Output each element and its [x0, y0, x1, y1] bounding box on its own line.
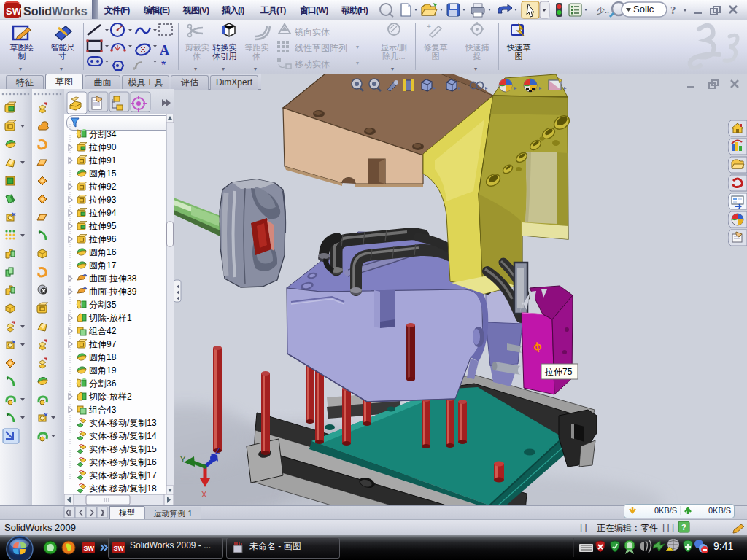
svg-text:Solic: Solic — [633, 4, 654, 15]
svg-text:A: A — [160, 43, 169, 58]
svg-text:实体-移动/复制13: 实体-移动/复制13 — [89, 418, 157, 428]
svg-text:拉伸90: 拉伸90 — [88, 142, 117, 152]
svg-text:组合43: 组合43 — [88, 405, 117, 415]
svg-text:曲面-拉伸38: 曲面-拉伸38 — [89, 273, 137, 284]
svg-text:实体-移动/复制16: 实体-移动/复制16 — [89, 457, 157, 467]
svg-text:SW: SW — [6, 6, 22, 17]
svg-text:实体-移动/复制14: 实体-移动/复制14 — [89, 431, 157, 441]
svg-text:拉伸95: 拉伸95 — [88, 221, 117, 231]
svg-text:*: * — [161, 59, 166, 71]
svg-text:分割34: 分割34 — [89, 129, 117, 139]
svg-text:SW: SW — [114, 545, 125, 552]
svg-text:?: ? — [681, 523, 686, 532]
svg-text:Y: Y — [180, 455, 186, 464]
svg-text:+: + — [427, 23, 431, 31]
svg-text:实体-移动/复制15: 实体-移动/复制15 — [89, 444, 157, 454]
svg-text:圆角18: 圆角18 — [89, 352, 117, 362]
svg-text:拉伸94: 拉伸94 — [88, 208, 117, 218]
svg-text:Z: Z — [215, 446, 220, 455]
svg-text:圆角17: 圆角17 — [89, 260, 117, 271]
svg-text:0KB/S: 0KB/S — [708, 506, 731, 515]
svg-text:圆角19: 圆角19 — [89, 365, 117, 376]
svg-text:实体-移动/复制18: 实体-移动/复制18 — [89, 483, 157, 494]
svg-text:0KB/S: 0KB/S — [654, 506, 677, 515]
svg-text:组合42: 组合42 — [88, 326, 117, 336]
svg-text:分割36: 分割36 — [89, 378, 117, 389]
svg-text:少..: 少.. — [597, 6, 609, 15]
svg-text:拉伸96: 拉伸96 — [88, 234, 117, 244]
svg-text:SolidWorks: SolidWorks — [23, 5, 88, 18]
svg-text:圆角15: 圆角15 — [89, 168, 117, 179]
svg-text:切除-放样2: 切除-放样2 — [88, 392, 132, 402]
svg-text:分割35: 分割35 — [89, 300, 117, 310]
svg-text:拉伸93: 拉伸93 — [88, 195, 117, 205]
svg-text:拉伸92: 拉伸92 — [88, 182, 117, 192]
svg-text:拉伸75: 拉伸75 — [544, 367, 573, 377]
svg-text:?: ? — [670, 4, 676, 16]
svg-text:曲面-拉伸39: 曲面-拉伸39 — [89, 287, 137, 297]
svg-text:实体-移动/复制17: 实体-移动/复制17 — [89, 470, 157, 481]
svg-text:SW: SW — [84, 545, 95, 552]
svg-text:拉伸91: 拉伸91 — [88, 155, 117, 166]
svg-text:拉伸97: 拉伸97 — [88, 339, 117, 349]
svg-text:切除-放样1: 切除-放样1 — [88, 313, 132, 323]
svg-text:X: X — [201, 490, 207, 499]
svg-text:圆角16: 圆角16 — [89, 247, 117, 257]
